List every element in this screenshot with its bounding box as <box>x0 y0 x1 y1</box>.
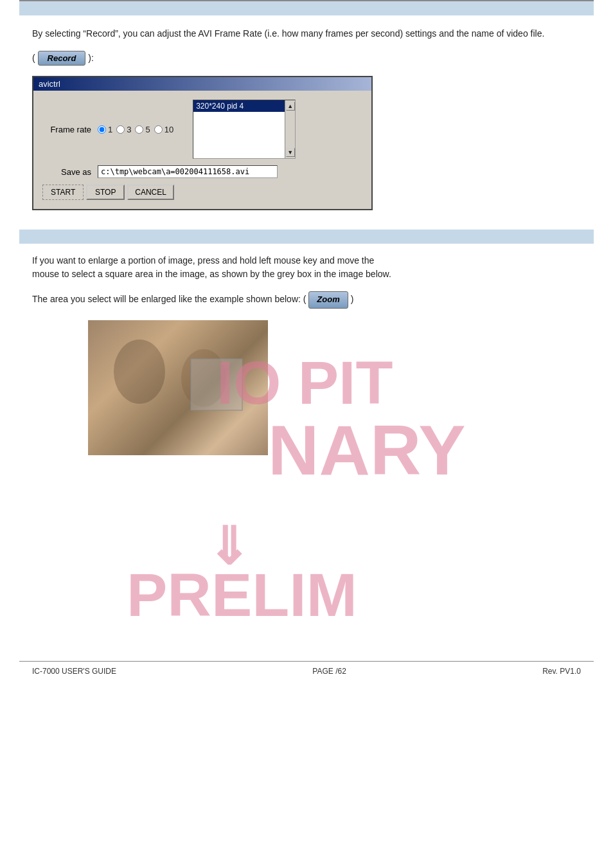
dialog-title: avictrl <box>39 79 60 89</box>
save-as-label: Save as <box>40 167 91 177</box>
avictrl-dialog: avictrl Frame rate 1 3 5 <box>32 76 373 210</box>
svg-text:⇓: ⇓ <box>207 518 250 575</box>
stop-button[interactable]: STOP <box>86 185 125 200</box>
radio-option-5[interactable]: 5 <box>135 125 150 134</box>
record-button[interactable]: Record <box>38 51 86 66</box>
radio-option-3[interactable]: 3 <box>116 125 131 134</box>
image-area: IO PIT NARY ⇓ PRELIM <box>88 320 525 629</box>
radio-label-3: 3 <box>127 125 131 134</box>
scroll-up-arrow[interactable]: ▲ <box>286 102 295 111</box>
second-content-section: If you want to enlarge a portion of imag… <box>0 244 613 648</box>
radio-label-5: 5 <box>145 125 150 134</box>
frame-rate-radio-group: 1 3 5 10 <box>98 125 173 134</box>
listbox-scrollbar: ▲ ▼ <box>285 100 295 158</box>
intro-paragraph-2: If you want to enlarge a portion of imag… <box>32 254 581 281</box>
first-content-section: By selecting “Record”, you can adjust th… <box>0 15 613 230</box>
svg-rect-3 <box>191 359 242 410</box>
radio-5[interactable] <box>135 125 143 134</box>
save-as-input[interactable] <box>98 165 278 178</box>
record-button-line: ( Record ): <box>32 51 581 66</box>
svg-text:PRELIM: PRELIM <box>127 561 357 629</box>
record-suffix: ): <box>88 53 94 63</box>
start-button[interactable]: START <box>42 185 84 200</box>
resolution-listbox: 320*240 pid 4 ▲ ▼ <box>193 100 296 159</box>
zoom-line: The area you select will be enlarged lik… <box>32 291 581 309</box>
dialog-buttons-row: START STOP CANCEL <box>42 185 365 203</box>
second-blue-banner <box>19 230 594 244</box>
radio-1[interactable] <box>98 125 106 134</box>
scroll-down-arrow[interactable]: ▼ <box>286 148 295 157</box>
save-as-row: Save as <box>40 165 365 178</box>
listbox-item-selected[interactable]: 320*240 pid 4 <box>193 100 285 112</box>
radio-label-1: 1 <box>108 125 112 134</box>
listbox-inner: 320*240 pid 4 <box>193 100 285 158</box>
zoom-button[interactable]: Zoom <box>308 291 348 309</box>
frame-rate-row: Frame rate 1 3 5 <box>40 100 365 159</box>
radio-10[interactable] <box>154 125 163 134</box>
footer-right: Rev. PV1.0 <box>542 667 581 676</box>
dialog-content: Frame rate 1 3 5 <box>33 91 371 209</box>
photo-image <box>88 320 268 455</box>
radio-option-1[interactable]: 1 <box>98 125 112 134</box>
first-blue-banner <box>19 1 594 15</box>
page-footer: IC-7000 USER'S GUIDE PAGE /62 Rev. PV1.0 <box>0 662 613 681</box>
footer-center: PAGE /62 <box>312 667 346 676</box>
footer-left: IC-7000 USER'S GUIDE <box>32 667 116 676</box>
dialog-title-bar: avictrl <box>33 77 371 91</box>
record-prefix: ( <box>32 53 35 63</box>
frame-rate-label: Frame rate <box>40 125 91 134</box>
intro-paragraph-1: By selecting “Record”, you can adjust th… <box>32 27 581 41</box>
radio-option-10[interactable]: 10 <box>154 125 173 134</box>
zoom-prefix: The area you select will be enlarged lik… <box>32 294 306 304</box>
svg-text:NARY: NARY <box>268 410 466 489</box>
radio-3[interactable] <box>116 125 125 134</box>
radio-label-10: 10 <box>164 125 173 134</box>
intro-line-2: mouse to select a square area in the ima… <box>32 269 391 279</box>
svg-point-1 <box>114 339 165 404</box>
zoom-suffix: ) <box>351 294 354 304</box>
photo-overlay <box>88 320 268 455</box>
intro-line-1: If you want to enlarge a portion of imag… <box>32 255 374 266</box>
cancel-button[interactable]: CANCEL <box>127 185 174 200</box>
